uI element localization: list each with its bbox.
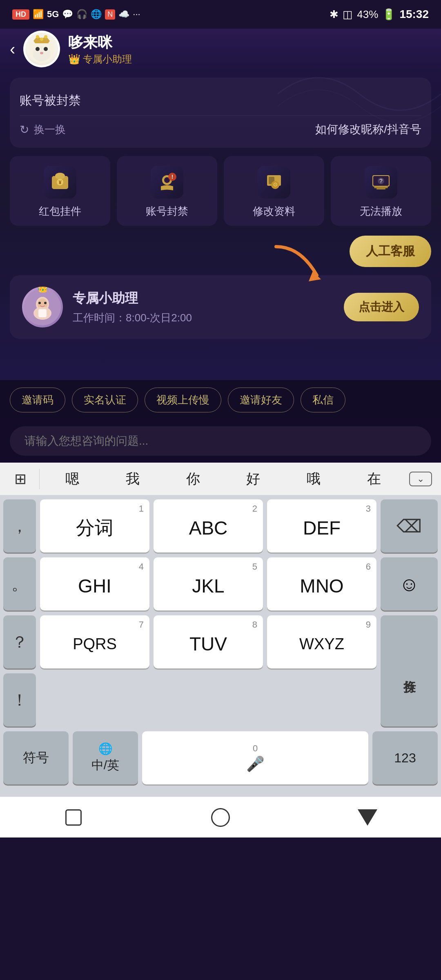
kb-suggest-1[interactable]: 嗯 (42, 470, 102, 488)
svg-text:!: ! (172, 174, 174, 180)
tag-private-msg[interactable]: 私信 (301, 388, 345, 412)
kb-numeric-key[interactable]: 123 (372, 731, 438, 784)
key-num-1: 1 (139, 503, 144, 514)
svg-point-38 (44, 302, 47, 304)
quick-item-profile[interactable]: ⚙ 修改资料 (224, 156, 324, 226)
key-label-tuv: TUV (189, 633, 227, 655)
key-num-5: 5 (252, 561, 257, 572)
kb-emoji-key[interactable]: ☺ (381, 557, 438, 610)
arrow-decoration (268, 243, 333, 287)
kb-key-wxyz[interactable]: 9 WXYZ (267, 615, 376, 668)
bluetooth-icon: ✱ (330, 8, 339, 21)
kb-key-jkl[interactable]: 5 JKL (154, 557, 263, 610)
kb-rows-3-4-left: ？ 7 PQRS 8 TUV 9 WXYZ (3, 615, 376, 726)
svg-rect-29 (374, 187, 388, 188)
kb-key-def[interactable]: 3 DEF (267, 499, 376, 552)
kb-punct-comma[interactable]: ， (3, 499, 36, 552)
tag-invite-friend[interactable]: 邀请好友 (228, 388, 294, 412)
nav-home-button[interactable] (204, 801, 237, 834)
browser-icon: 🌐 (91, 9, 102, 20)
kb-key-ghi[interactable]: 4 GHI (40, 557, 149, 610)
status-left: HD 📶 5G 💬 🎧 🌐 N ☁️ ··· (12, 9, 140, 20)
quick-item-hongbao-label: 红包挂件 (39, 204, 81, 218)
kb-row-1: ， 1 分词 2 ABC 3 DEF ⌫ (3, 499, 438, 552)
header-subtitle: 👑 专属小助理 (68, 53, 132, 66)
lang-label: 中/英 (91, 757, 119, 774)
kb-punct-period[interactable]: 。 (3, 557, 36, 610)
space-num: 0 (253, 743, 258, 754)
quick-item-hongbao[interactable]: ¥ 红包挂件 (10, 156, 110, 226)
chat-input[interactable] (10, 426, 431, 456)
kb-suggest-6[interactable]: 在 (344, 470, 404, 488)
kb-space-key[interactable]: 0 🎤 (142, 731, 368, 784)
key-label-wxyz: WXYZ (299, 635, 344, 653)
nav-triangle-icon (358, 809, 377, 826)
kb-row-4-spacer (40, 673, 376, 726)
back-button[interactable]: ‹ (10, 40, 15, 58)
key-num-3: 3 (366, 503, 371, 514)
quick-item-banned[interactable]: ! 账号封禁 (117, 156, 217, 226)
svg-point-12 (44, 35, 47, 38)
kb-suggest-5[interactable]: 哦 (283, 470, 344, 488)
input-area (0, 420, 441, 463)
nav-square-button[interactable] (57, 801, 90, 834)
key-label-abc: ABC (189, 517, 228, 539)
nav-back-button[interactable] (351, 801, 384, 834)
kb-suggest-2[interactable]: 我 (102, 470, 163, 488)
kb-bottom-row: 符号 🌐 中/英 0 🎤 123 (3, 731, 438, 797)
kb-divider-1 (39, 469, 40, 489)
enter-button[interactable]: 点击进入 (344, 293, 419, 321)
quick-item-banned-label: 账号封禁 (146, 204, 188, 218)
assistant-info: 专属小助理 工作时间：8:00-次日2:00 (73, 290, 334, 325)
key-label-ghi: GHI (78, 575, 111, 597)
assistant-hours: 工作时间：8:00-次日2:00 (73, 311, 334, 325)
key-label-mno: MNO (300, 575, 343, 597)
assistant-name: 专属小助理 (73, 290, 334, 307)
kb-collapse-button[interactable]: ⌄ (404, 463, 437, 495)
status-bar: HD 📶 5G 💬 🎧 🌐 N ☁️ ··· ✱ ◫ 43% 🔋 15:32 (0, 0, 441, 29)
kb-row-2: 。 4 GHI 5 JKL 6 MNO ☺ (3, 557, 438, 610)
quick-item-play[interactable]: ? 无法播放 (331, 156, 431, 226)
kb-key-fen[interactable]: 1 分词 (40, 499, 149, 552)
delete-icon: ⌫ (396, 516, 422, 537)
kb-suggest-4[interactable]: 好 (223, 470, 283, 488)
kb-suggest-3[interactable]: 你 (163, 470, 223, 488)
question-label: ？ (11, 631, 28, 653)
kb-punct-question[interactable]: ？ (3, 615, 36, 668)
quick-item-play-label: 无法播放 (360, 204, 402, 218)
play-icon: ? (365, 166, 397, 198)
emoji-icon: ☺ (399, 573, 419, 595)
svg-point-6 (36, 47, 40, 51)
kb-return-key[interactable]: 换行 (381, 615, 438, 726)
tag-real-name[interactable]: 实名认证 (72, 388, 138, 412)
kb-key-mno[interactable]: 6 MNO (267, 557, 376, 610)
kb-punct-exclaim[interactable]: ！ (3, 673, 36, 726)
keyboard-container: ⊞ 嗯 我 你 好 哦 在 ⌄ ， 1 分词 2 ABC 3 (0, 463, 441, 797)
key-label-def: DEF (303, 517, 341, 539)
nav-circle-icon (211, 808, 230, 827)
assistant-avatar: 👑 (22, 287, 63, 327)
nfc-icon: ◫ (343, 8, 353, 21)
signal-icon: 📶 (33, 9, 44, 20)
hongbao-icon: ¥ (44, 166, 76, 198)
key-num-9: 9 (366, 619, 371, 630)
assistant-card: 👑 专属小助理 工作时间：8:00-次日2:00 点击进入 (10, 275, 431, 339)
kb-symbol-key[interactable]: 符号 (3, 731, 69, 784)
cloud-icon: ☁️ (118, 9, 129, 20)
quick-item-profile-label: 修改资料 (253, 204, 295, 218)
kb-lang-key[interactable]: 🌐 中/英 (73, 731, 138, 784)
wechat-icon: 💬 (62, 9, 73, 20)
human-service-button[interactable]: 人工客服 (350, 236, 431, 267)
comma-label: ， (11, 515, 28, 537)
kb-key-abc[interactable]: 2 ABC (154, 499, 263, 552)
tag-invite-code[interactable]: 邀请码 (10, 388, 65, 412)
kb-key-tuv[interactable]: 8 TUV (154, 615, 263, 668)
key-label-jkl: JKL (192, 575, 224, 597)
kb-rows-3-4: ？ 7 PQRS 8 TUV 9 WXYZ (3, 615, 438, 726)
svg-point-7 (44, 47, 48, 51)
kb-delete-key[interactable]: ⌫ (381, 499, 438, 552)
tag-slow-upload[interactable]: 视频上传慢 (145, 388, 221, 412)
kb-grid-icon[interactable]: ⊞ (4, 463, 37, 495)
app-header: ‹ 哆 (0, 29, 441, 69)
kb-key-pqrs[interactable]: 7 PQRS (40, 615, 149, 668)
